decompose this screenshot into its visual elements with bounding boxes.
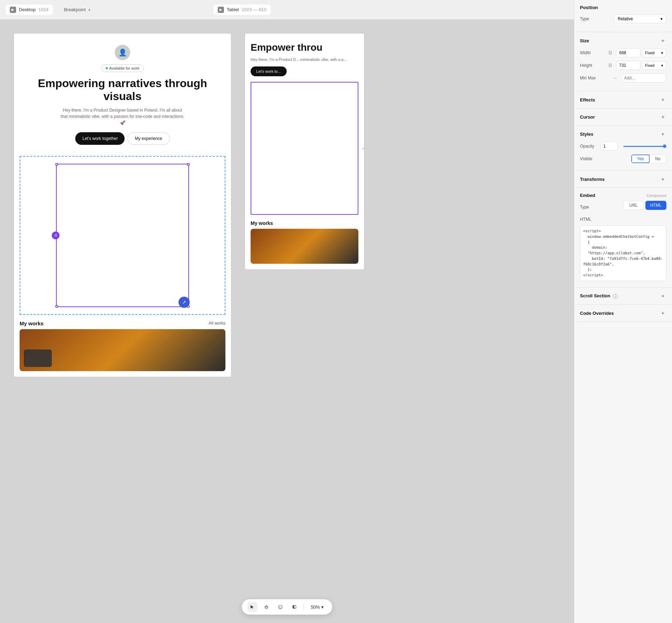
tablet-works-label: My works: [251, 220, 358, 226]
minmax-row: Min Max ↔: [580, 73, 666, 83]
available-text: Available for work: [109, 66, 140, 70]
minmax-input[interactable]: [621, 73, 666, 83]
bottom-toolbar: 50% ▾: [242, 599, 332, 615]
styles-add-button[interactable]: ＋: [659, 130, 666, 137]
inner-selected-element[interactable]: ☰ ↗: [56, 164, 189, 307]
handle-topright[interactable]: [187, 163, 190, 166]
hand-tool[interactable]: [261, 602, 271, 612]
position-section: Position Type Relative ▾: [574, 0, 672, 32]
width-input[interactable]: [616, 48, 640, 57]
opacity-slider-thumb[interactable]: [663, 144, 666, 148]
desktop-viewport[interactable]: ▶ Desktop 1024: [6, 5, 53, 15]
tablet-btn[interactable]: Let's work to...: [251, 66, 287, 76]
lets-work-button[interactable]: Let's work together: [75, 132, 125, 145]
width-chevron: ▾: [661, 51, 663, 55]
transforms-section: Transforms ＋: [574, 171, 672, 188]
tablet-frame: Empower throu Hey there, I'm a Product D…: [245, 34, 364, 269]
opacity-slider[interactable]: [623, 146, 666, 147]
opacity-input[interactable]: [600, 142, 618, 151]
breakpoint-button[interactable]: Breakpoint ＋: [64, 7, 92, 13]
cursor-title: Cursor: [580, 114, 595, 120]
top-bar: ▶ Desktop 1024 Breakpoint ＋ ▶ Tablet 102…: [0, 0, 574, 20]
effects-header: Effects ＋: [580, 96, 666, 103]
size-title: Size: [580, 38, 589, 43]
outer-selection[interactable]: ☰ ↗: [20, 156, 225, 315]
width-mode-dropdown[interactable]: Fixed ▾: [642, 49, 666, 57]
html-field-row: HTML: [580, 217, 666, 222]
styles-title: Styles: [580, 132, 593, 137]
position-type-dropdown[interactable]: Relative ▾: [614, 14, 666, 23]
available-badge: Available for work: [101, 64, 144, 72]
embed-type-buttons: URL HTML: [623, 201, 666, 210]
size-header: Size ＋: [580, 37, 666, 44]
my-works-section: My works All works: [14, 315, 231, 329]
darkmode-tool[interactable]: [289, 602, 299, 612]
embed-header: Embed Component: [580, 193, 666, 198]
code-overrides-header: Code Overrides ＋: [580, 310, 666, 317]
position-type-value: Relative: [618, 16, 633, 21]
size-section: Size ＋ Width ⛓ Fixed ▾ Height ⛓ Fixed: [574, 32, 672, 91]
height-mode-value: Fixed: [645, 63, 654, 68]
opacity-row: Opacity: [580, 142, 666, 151]
code-overrides-section: Code Overrides ＋: [574, 305, 672, 322]
all-works-link[interactable]: All works: [209, 321, 225, 326]
breakpoint-label: Breakpoint: [64, 7, 86, 12]
html-label: HTML: [580, 217, 597, 222]
laptop-thumbnail: [24, 349, 52, 367]
scroll-add-button[interactable]: ＋: [659, 292, 666, 299]
my-works-label: My works: [20, 320, 43, 326]
desktop-play-icon[interactable]: ▶: [10, 7, 16, 13]
tablet-viewport[interactable]: ▶ Tablet 1023 — 810: [214, 5, 271, 15]
styles-header: Styles ＋: [580, 130, 666, 137]
tablet-label: Tablet: [227, 7, 239, 12]
zoom-button[interactable]: 50% ▾: [308, 603, 327, 611]
toolbar-divider: [303, 604, 304, 610]
desktop-size: 1024: [38, 7, 49, 12]
tablet-selected-box[interactable]: →: [251, 82, 358, 215]
handle-bottomleft[interactable]: [55, 305, 58, 308]
comment-tool[interactable]: [275, 602, 285, 612]
minmax-label: Min Max: [580, 76, 597, 80]
visible-toggle-group: Yes No: [631, 154, 666, 163]
cta-buttons: Let's work together My experience: [75, 132, 169, 145]
portfolio-title: Empowering narratives through visuals: [21, 77, 224, 103]
position-dropdown-chevron: ▾: [660, 16, 663, 21]
mid-handle-left[interactable]: ☰: [52, 232, 59, 239]
code-overrides-title: Code Overrides: [580, 311, 614, 316]
effects-add-button[interactable]: ＋: [659, 96, 666, 103]
handle-topleft[interactable]: [55, 163, 58, 166]
desktop-label: Desktop: [19, 7, 36, 12]
cursor-header: Cursor ＋: [580, 113, 666, 120]
url-button[interactable]: URL: [623, 201, 644, 210]
cursor-add-button[interactable]: ＋: [659, 113, 666, 120]
height-inputs: ⛓ Fixed ▾: [606, 61, 666, 70]
tablet-desc: Hey there, I'm a Product D... minimalist…: [251, 57, 358, 62]
code-overrides-add-button[interactable]: ＋: [659, 310, 666, 317]
width-inputs: ⛓ Fixed ▾: [606, 48, 666, 57]
visible-yes-button[interactable]: Yes: [631, 155, 650, 163]
red-arrow: →: [361, 144, 364, 153]
my-experience-button[interactable]: My experience: [127, 132, 169, 145]
visible-no-button[interactable]: No: [650, 155, 666, 163]
scroll-header: Scroll Section i ＋: [580, 292, 666, 299]
width-link-icon: ⛓: [606, 49, 615, 57]
height-chevron: ▾: [661, 63, 663, 68]
fab-button[interactable]: ↗: [178, 297, 190, 308]
position-type-row: Type Relative ▾: [580, 14, 666, 23]
select-tool[interactable]: [247, 602, 257, 612]
html-button[interactable]: HTML: [645, 201, 666, 210]
tablet-play-icon[interactable]: ▶: [218, 7, 224, 13]
size-add-button[interactable]: ＋: [659, 37, 666, 44]
transforms-add-button[interactable]: ＋: [659, 176, 666, 183]
html-textarea[interactable]: <script> window.embeddedChatbotConfig = …: [580, 225, 666, 281]
height-link-icon: ⛓: [606, 61, 615, 70]
scroll-info-icon: i: [613, 294, 618, 299]
height-mode-dropdown[interactable]: Fixed ▾: [642, 61, 666, 70]
zoom-value: 50%: [311, 604, 320, 610]
embed-title: Embed: [580, 193, 595, 198]
width-label: Width: [580, 50, 597, 55]
height-input[interactable]: [616, 61, 640, 70]
portfolio-header: 👤 Available for work Empowering narrativ…: [14, 34, 231, 156]
transforms-title: Transforms: [580, 177, 605, 182]
height-row: Height ⛓ Fixed ▾: [580, 61, 666, 70]
